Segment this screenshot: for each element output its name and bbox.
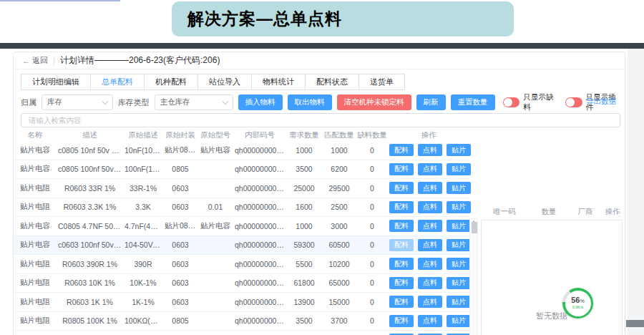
owner-label: 归属 bbox=[21, 97, 36, 108]
slide-title: 解决方案—总单点料 bbox=[187, 8, 342, 30]
cell-internal-code: qh0000000061 bbox=[233, 260, 286, 268]
table-scrollbar[interactable]: ▲ ▼ bbox=[469, 218, 478, 335]
column-header: 唯一码 bbox=[481, 207, 528, 217]
peiliao-button[interactable]: 配料 bbox=[389, 163, 414, 175]
progress-badge[interactable]: 56% 0.9K/s bbox=[562, 288, 593, 319]
cell-name: 贴片电容 bbox=[14, 240, 57, 250]
dianliao-button[interactable]: 点料 bbox=[418, 201, 442, 213]
peiliao-button[interactable]: 配料 bbox=[389, 296, 414, 308]
cell-description: R0603 10K 1% bbox=[57, 278, 123, 287]
toolbar-button[interactable]: 取出物料 bbox=[288, 94, 332, 110]
cell-shortage-qty: 0 bbox=[356, 298, 388, 306]
table-row[interactable]: 贴片电容 C0805 4.7NF 50V 10% ... 4.7nF(472).… bbox=[14, 217, 469, 236]
dianliao-button[interactable]: 点料 bbox=[418, 296, 442, 308]
peiliao-button[interactable]: 配料 bbox=[389, 315, 414, 327]
export-data-link[interactable]: 导出数据 bbox=[586, 97, 616, 107]
tiepian-button[interactable]: 贴片 bbox=[447, 258, 471, 270]
table-row[interactable]: 贴片电容 c0805 10nf 50v 10% 10nF(103) ... 贴片… bbox=[14, 141, 469, 160]
cell-original-description: 1K-1% bbox=[123, 298, 163, 306]
tiepian-button[interactable]: 贴片 bbox=[447, 201, 471, 213]
page-right-margin bbox=[628, 49, 644, 335]
cell-actions: 配料 点料 贴片 bbox=[388, 144, 472, 156]
scrollbar-thumb[interactable] bbox=[472, 222, 477, 233]
dianliao-button[interactable]: 点料 bbox=[418, 239, 442, 251]
tab[interactable]: 计划明细编辑 bbox=[21, 74, 91, 90]
tiepian-button[interactable]: 贴片 bbox=[447, 239, 471, 251]
page-title: 计划详情————206-6-23(客户代码:206) bbox=[60, 54, 220, 67]
dianliao-button[interactable]: 点料 bbox=[418, 315, 442, 327]
search-input[interactable] bbox=[29, 116, 613, 125]
cell-shortage-qty: 0 bbox=[356, 241, 388, 249]
tiepian-button[interactable]: 贴片 bbox=[447, 163, 471, 175]
tab[interactable]: 站位导入 bbox=[197, 74, 252, 90]
dianliao-button[interactable]: 点料 bbox=[418, 277, 442, 289]
cell-description: R0603 3.3K 1% bbox=[57, 203, 123, 211]
right-panel-empty: 暂无数据 bbox=[481, 220, 623, 335]
tab[interactable]: 物料统计 bbox=[251, 74, 306, 90]
table-row[interactable]: 贴片电阻 R0603 10K 1% 10K-1% 0603 qh00000000… bbox=[14, 274, 469, 293]
column-header: 匹配数量 bbox=[322, 130, 356, 140]
stock-type-select[interactable]: 主仓库存 bbox=[155, 94, 233, 110]
dianliao-button[interactable]: 点料 bbox=[418, 163, 442, 175]
cell-demand-qty: 61800 bbox=[286, 278, 322, 287]
tab[interactable]: 总单配料 bbox=[90, 74, 145, 90]
toggle-switch[interactable] bbox=[565, 97, 582, 107]
cell-demand-qty: 1000 bbox=[286, 146, 322, 155]
table-row[interactable]: 贴片电容 c0603 100nf 50v 10% 104 104-50V-X..… bbox=[14, 236, 469, 256]
cell-original-package: 0603 bbox=[163, 203, 197, 211]
tiepian-button[interactable]: 贴片 bbox=[447, 296, 471, 308]
dianliao-button[interactable]: 点料 bbox=[418, 258, 442, 270]
cell-matched-qty: 29500 bbox=[322, 184, 356, 193]
progress-value: 56% bbox=[571, 296, 584, 305]
toolbar-button[interactable]: 重置数量 bbox=[451, 94, 495, 110]
cell-internal-code: qh0000000023 bbox=[233, 203, 286, 211]
toggle-switch[interactable] bbox=[503, 97, 520, 107]
dianliao-button[interactable]: 点料 bbox=[418, 220, 442, 232]
peiliao-button[interactable]: 配料 bbox=[389, 201, 414, 213]
cell-demand-qty: 3500 bbox=[286, 165, 322, 173]
tab[interactable]: 配料状态 bbox=[305, 74, 359, 90]
toolbar-button[interactable]: 清空机种未锁定料 bbox=[337, 94, 411, 110]
table-row[interactable]: 贴片电阻 R0603 390R 1% 390R 0603 qh000000006… bbox=[14, 255, 469, 274]
right-panel-header-row: 唯一码数量厂商操作 bbox=[481, 207, 624, 217]
progress-speed: 0.9K/s bbox=[572, 305, 584, 310]
owner-select-value: 库存 bbox=[47, 97, 62, 107]
table-row[interactable]: 贴片电阻 R0805 100K 1% 100KΩ(100... 0805 qh0… bbox=[14, 312, 469, 331]
back-button[interactable]: ← 返回 bbox=[22, 55, 48, 66]
page-header: ← 返回 计划详情————206-6-23(客户代码:206) bbox=[14, 52, 625, 69]
table-row[interactable]: 贴片电容 c0805 100nf 50v 10% 100nF(104... 08… bbox=[14, 160, 469, 180]
tiepian-button[interactable]: 贴片 bbox=[447, 277, 471, 289]
table-row[interactable]: 配料 点料 贴片 bbox=[14, 331, 469, 335]
dianliao-button[interactable]: 点料 bbox=[418, 182, 442, 194]
tab[interactable]: 机种配料 bbox=[144, 74, 198, 90]
tab[interactable]: 送货单 bbox=[358, 74, 405, 90]
peiliao-button[interactable]: 配料 bbox=[389, 277, 414, 289]
peiliao-button[interactable]: 配料 bbox=[389, 182, 414, 194]
tiepian-button[interactable]: 贴片 bbox=[447, 144, 471, 156]
tiepian-button[interactable]: 贴片 bbox=[447, 182, 471, 194]
dianliao-button[interactable]: 点料 bbox=[418, 144, 442, 156]
column-header: 描述 bbox=[57, 130, 123, 140]
content-area: 名称描述原始描述原始封装原始型号内部码号需求数量匹配数量缺料数量操作 贴片电容 … bbox=[14, 130, 625, 335]
cell-internal-code: qh0000000064 bbox=[233, 316, 286, 325]
cell-name: 贴片电阻 bbox=[14, 316, 57, 326]
toolbar-button[interactable]: 插入物料 bbox=[238, 94, 283, 110]
peiliao-button[interactable]: 配料 bbox=[389, 258, 414, 270]
peiliao-button[interactable]: 配料 bbox=[389, 220, 414, 232]
cell-description: R0805 100K 1% bbox=[57, 316, 123, 325]
toolbar-button[interactable]: 刷新 bbox=[416, 94, 446, 110]
cell-original-package: 0805 bbox=[163, 316, 197, 325]
slide: 解决方案—总单点料 ← 返回 计划详情————206-6-23(客户代码:206… bbox=[0, 0, 644, 335]
table-row[interactable]: 贴片电阻 R0603 33R 1% 33R-1% 0603 qh00000000… bbox=[14, 179, 469, 198]
cell-demand-qty: 5500 bbox=[286, 260, 322, 268]
owner-select[interactable]: 库存 bbox=[42, 94, 113, 110]
toolbar: 归属 库存 库存类型 主仓库存 插入物料取出物料清空机种未锁定料刷新重置数量 只… bbox=[21, 94, 618, 110]
table-row[interactable]: 贴片电阻 R0603 3.3K 1% 3.3K 0603 0.01 qh0000… bbox=[14, 198, 469, 218]
cell-description: c0805 100nf 50v 10% bbox=[57, 165, 123, 173]
peiliao-button[interactable]: 配料 bbox=[389, 144, 414, 156]
tiepian-button[interactable]: 贴片 bbox=[447, 220, 471, 232]
cell-name: 贴片电阻 bbox=[14, 259, 57, 269]
tiepian-button[interactable]: 贴片 bbox=[447, 315, 471, 327]
table-row[interactable]: 贴片电阻 R0603 1K 1% 1K-1% 0603 qh0000000063… bbox=[14, 293, 469, 312]
peiliao-button[interactable]: 配料 bbox=[389, 239, 414, 251]
